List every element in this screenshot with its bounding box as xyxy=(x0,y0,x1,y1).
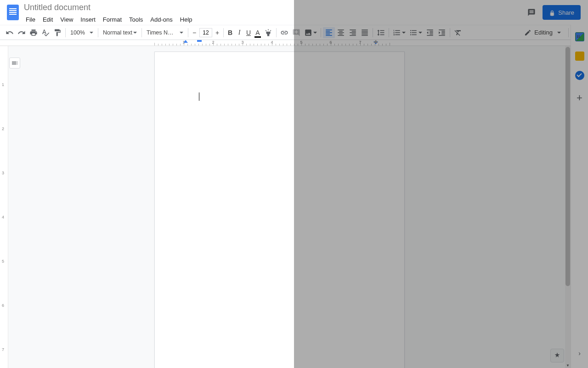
paint-format-button[interactable] xyxy=(51,27,63,38)
vertical-ruler[interactable]: 1234567 xyxy=(0,46,8,368)
horizontal-ruler[interactable]: 1234567 xyxy=(0,40,588,46)
tasks-icon[interactable] xyxy=(575,71,584,80)
numbered-list-button[interactable] xyxy=(391,27,407,38)
underline-button[interactable]: U xyxy=(244,27,253,38)
editing-mode-select[interactable]: Editing xyxy=(520,29,565,36)
docs-logo[interactable] xyxy=(4,0,22,25)
comments-icon[interactable] xyxy=(526,7,537,18)
separator xyxy=(65,28,66,37)
font-select[interactable]: Times New... xyxy=(144,27,186,38)
menu-file[interactable]: File xyxy=(22,14,39,25)
insert-image-button[interactable] xyxy=(302,27,319,38)
header-bar: Untitled document File Edit View Insert … xyxy=(0,0,588,25)
vruler-number: 3 xyxy=(2,171,4,175)
italic-button[interactable]: I xyxy=(235,27,244,38)
menu-edit[interactable]: Edit xyxy=(39,14,57,25)
first-line-indent-marker[interactable] xyxy=(197,40,202,42)
menu-addons[interactable]: Add-ons xyxy=(147,14,176,25)
increase-indent-button[interactable] xyxy=(436,27,448,38)
font-size-decrease[interactable]: − xyxy=(190,28,198,38)
separator xyxy=(568,28,569,37)
menu-insert[interactable]: Insert xyxy=(77,14,99,25)
redo-button[interactable] xyxy=(16,27,28,38)
style-value: Normal text xyxy=(103,29,129,36)
menu-view[interactable]: View xyxy=(57,14,77,25)
text-color-button[interactable]: A xyxy=(253,27,262,38)
add-comment-button[interactable] xyxy=(290,27,302,38)
mode-label: Editing xyxy=(534,29,553,36)
menu-tools[interactable]: Tools xyxy=(125,14,147,25)
separator xyxy=(141,28,142,37)
separator xyxy=(276,28,277,37)
side-panel: + › xyxy=(571,25,588,368)
separator xyxy=(389,28,389,37)
vruler-number: 1 xyxy=(2,82,4,87)
paragraph-style-select[interactable]: Normal text xyxy=(100,27,140,38)
vruler-number: 6 xyxy=(2,303,4,308)
bulleted-list-button[interactable] xyxy=(407,27,424,38)
keep-icon[interactable] xyxy=(575,52,584,61)
document-outline-button[interactable] xyxy=(9,58,20,69)
vruler-number: 7 xyxy=(2,347,4,352)
print-button[interactable] xyxy=(28,27,40,38)
collapse-side-panel[interactable]: › xyxy=(578,350,581,357)
vruler-number: 5 xyxy=(2,259,4,264)
line-spacing-button[interactable] xyxy=(375,27,387,38)
highlight-button[interactable] xyxy=(262,27,274,38)
font-size-increase[interactable]: + xyxy=(213,28,221,38)
right-margin-marker[interactable] xyxy=(373,40,378,43)
menu-help[interactable]: Help xyxy=(176,14,196,25)
caret-icon xyxy=(313,32,317,34)
vertical-scrollbar[interactable]: ▲ ▼ xyxy=(565,46,571,368)
vruler-number: 2 xyxy=(2,126,4,131)
calendar-icon[interactable] xyxy=(575,32,584,41)
menu-format[interactable]: Format xyxy=(99,14,125,25)
font-size-input[interactable] xyxy=(199,28,212,37)
separator xyxy=(98,28,98,37)
share-label: Share xyxy=(558,9,574,16)
zoom-select[interactable]: 100% xyxy=(68,27,96,38)
clear-formatting-button[interactable] xyxy=(452,27,464,38)
bold-button[interactable]: B xyxy=(226,27,235,38)
document-title[interactable]: Untitled document xyxy=(22,3,196,14)
separator xyxy=(188,28,188,37)
scroll-thumb[interactable] xyxy=(565,47,570,286)
separator xyxy=(373,28,373,37)
canvas-area: 1234567 ▲ ▼ xyxy=(0,46,571,368)
align-justify-button[interactable] xyxy=(359,27,371,38)
decrease-indent-button[interactable] xyxy=(424,27,436,38)
undo-button[interactable] xyxy=(4,27,16,38)
caret-icon xyxy=(418,32,422,34)
spellcheck-button[interactable] xyxy=(40,27,51,38)
align-center-button[interactable] xyxy=(335,27,347,38)
zoom-value: 100% xyxy=(70,29,85,36)
caret-icon xyxy=(557,32,561,34)
document-page[interactable] xyxy=(154,52,405,368)
text-cursor xyxy=(199,92,199,101)
align-right-button[interactable] xyxy=(347,27,359,38)
font-name: Times New... xyxy=(147,29,175,36)
separator xyxy=(223,28,224,37)
lock-icon xyxy=(549,9,555,16)
toolbar: 100% Normal text Times New... − + B I U … xyxy=(0,25,588,40)
menubar: File Edit View Insert Format Tools Add-o… xyxy=(22,14,196,25)
docs-logo-icon xyxy=(7,5,19,20)
font-size-control: − + xyxy=(190,28,221,38)
scroll-down-arrow[interactable]: ▼ xyxy=(565,362,571,368)
caret-icon xyxy=(402,32,406,34)
insert-link-button[interactable] xyxy=(278,27,290,38)
explore-button[interactable] xyxy=(550,349,564,362)
caret-icon xyxy=(90,32,93,34)
add-addon-button[interactable]: + xyxy=(577,93,582,103)
separator xyxy=(321,28,321,37)
pencil-icon xyxy=(524,29,531,36)
caret-icon xyxy=(133,32,137,34)
align-left-button[interactable] xyxy=(323,27,335,38)
vruler-number: 4 xyxy=(2,215,4,219)
share-button[interactable]: Share xyxy=(543,5,581,20)
separator xyxy=(450,28,450,37)
caret-icon xyxy=(180,32,183,34)
